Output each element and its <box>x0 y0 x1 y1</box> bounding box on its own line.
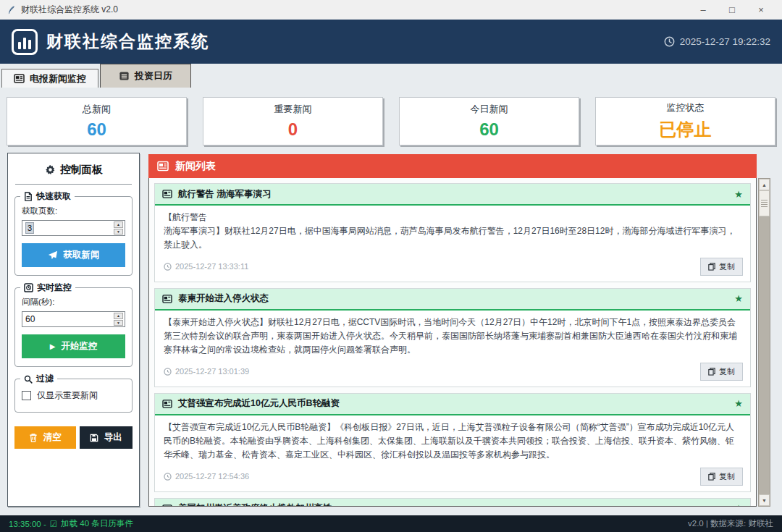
quick-fetch-group: 快速获取 获取页数: 3 ▲ ▼ 获取新闻 <box>14 196 133 276</box>
control-panel-title-text: 控制面板 <box>61 163 103 177</box>
fetch-news-button[interactable]: 获取新闻 <box>22 243 125 267</box>
news-title: 航行警告 渤海军事演习 <box>178 188 271 200</box>
copy-button[interactable]: 复制 <box>700 258 743 276</box>
stat-label: 今日新闻 <box>471 103 508 116</box>
interval-value: 60 <box>25 314 35 324</box>
stat-card-total-news: 总新闻 60 <box>7 97 187 145</box>
stat-label: 重要新闻 <box>274 103 312 116</box>
news-time-text: 2025-12-27 13:01:39 <box>175 367 249 376</box>
news-list-title: 新闻列表 <box>175 160 216 173</box>
news-card-footer: 2025-12-27 12:54:36 复制 <box>155 465 750 491</box>
scroll-up-button[interactable]: ▲ <box>759 179 770 190</box>
search-icon <box>24 375 33 384</box>
copy-icon <box>708 473 715 481</box>
news-list: 航行警告 渤海军事演习 ★ 【航行警告 渤海军事演习】财联社12月27日电，据中… <box>148 178 757 507</box>
window-title: 财联社综合监控系统 v2.0 <box>21 4 118 16</box>
copy-icon <box>708 263 715 271</box>
pages-spinbox[interactable]: 3 ▲ ▼ <box>22 220 125 236</box>
interval-spinbox[interactable]: 60 ▲ ▼ <box>22 311 125 327</box>
spin-down-button[interactable]: ▼ <box>114 229 123 235</box>
spin-up-button[interactable]: ▲ <box>114 313 123 319</box>
newspaper-icon <box>162 190 172 198</box>
news-timestamp: 2025-12-27 12:54:36 <box>164 472 249 481</box>
bar-chart-logo-icon <box>12 29 38 55</box>
copy-label: 复制 <box>719 366 735 377</box>
clock-icon <box>664 36 675 47</box>
news-time-text: 2025-12-27 12:54:36 <box>175 472 249 481</box>
timer-icon <box>24 283 33 292</box>
scrollbar-track[interactable] <box>759 216 770 494</box>
start-monitor-label: 开始监控 <box>61 340 97 352</box>
pages-label: 获取页数: <box>22 206 125 216</box>
paper-plane-icon <box>48 250 58 260</box>
status-text: 加载 40 条日历事件 <box>61 518 133 529</box>
copy-button[interactable]: 复制 <box>700 363 743 381</box>
newspaper-icon <box>162 400 172 408</box>
stat-value: 60 <box>479 119 499 140</box>
export-button[interactable]: 导出 <box>80 426 133 449</box>
interval-label: 间隔(秒): <box>22 297 125 308</box>
header-clock: 2025-12-27 19:22:32 <box>664 36 770 47</box>
scrollbar-thumb[interactable] <box>759 190 770 216</box>
important-only-checkbox-row[interactable]: 仅显示重要新闻 <box>22 388 125 404</box>
control-panel: 控制面板 快速获取 获取页数: 3 ▲ ▼ 获取新闻 <box>7 153 140 507</box>
app-feather-icon <box>7 5 16 14</box>
copy-button[interactable]: 复制 <box>700 468 743 486</box>
star-icon[interactable]: ★ <box>734 503 743 507</box>
realtime-monitor-group: 实时监控 间隔(秒): 60 ▲ ▼ ▶ 开始监控 <box>14 287 133 367</box>
newspaper-icon <box>157 161 169 172</box>
news-title: 美国加州撤诉美政府终止拨款加州高铁 <box>178 502 332 507</box>
important-only-label: 仅显示重要新闻 <box>37 389 98 402</box>
news-card: 航行警告 渤海军事演习 ★ 【航行警告 渤海军事演习】财联社12月27日电，据中… <box>154 183 751 282</box>
header-time: 2025-12-27 19:22:32 <box>680 36 770 47</box>
window-controls: – □ × <box>689 0 775 20</box>
panel-action-buttons: 清空 导出 <box>14 426 133 449</box>
window-titlebar: 财联社综合监控系统 v2.0 – □ × <box>0 0 782 20</box>
scroll-down-button[interactable]: ▼ <box>759 494 770 506</box>
close-button[interactable]: × <box>747 0 775 20</box>
spin-up-button[interactable]: ▲ <box>114 221 123 228</box>
checkbox-unchecked[interactable] <box>22 391 31 400</box>
filter-title: 过滤 <box>36 373 54 385</box>
news-body: 【航行警告 渤海军事演习】财联社12月27日电，据中国海事局网站消息，葫芦岛海事… <box>155 206 750 256</box>
news-card-footer: 2025-12-27 13:33:11 复制 <box>155 256 750 282</box>
maximize-button[interactable]: □ <box>718 0 747 20</box>
news-time-text: 2025-12-27 13:33:11 <box>175 262 248 271</box>
news-card: 美国加州撤诉美政府终止拨款加州高铁 ★ 【美国加州撤诉美政府终止拨款加州高铁】财… <box>154 498 751 507</box>
app-header: 财联社综合监控系统 2025-12-27 19:22:32 <box>0 20 782 64</box>
tab-investment-calendar[interactable]: 投资日历 <box>100 64 191 88</box>
realtime-monitor-title: 实时监控 <box>37 282 72 294</box>
copy-label: 复制 <box>719 471 735 482</box>
pages-value: 3 <box>25 222 34 234</box>
minimize-button[interactable]: – <box>689 0 718 20</box>
star-icon[interactable]: ★ <box>734 293 743 304</box>
status-badge: 已停止 <box>660 118 712 141</box>
gear-icon <box>45 164 56 175</box>
star-icon[interactable]: ★ <box>734 398 743 409</box>
vertical-scrollbar[interactable]: ▲ ▼ <box>758 178 770 507</box>
tab-bar: 电报新闻监控 投资日历 <box>0 64 782 88</box>
panel-divider <box>15 184 132 185</box>
spinner-arrows: ▲ ▼ <box>114 313 123 326</box>
document-icon <box>24 192 33 201</box>
control-panel-title: 控制面板 <box>8 153 139 184</box>
news-card-header: 航行警告 渤海军事演习 ★ <box>155 184 750 206</box>
tab-telegraph-news-monitor[interactable]: 电报新闻监控 <box>1 69 98 88</box>
stat-value: 60 <box>87 119 106 140</box>
news-title: 泰柬开始进入停火状态 <box>178 292 269 305</box>
filter-group: 过滤 仅显示重要新闻 <box>14 379 133 413</box>
clear-button[interactable]: 清空 <box>14 426 76 449</box>
stats-row: 总新闻 60 重要新闻 0 今日新闻 60 监控状态 已停止 <box>0 88 782 153</box>
news-card-header: 美国加州撤诉美政府终止拨款加州高铁 ★ <box>155 499 750 507</box>
start-monitor-button[interactable]: ▶ 开始监控 <box>22 334 125 358</box>
stat-value: 0 <box>288 119 298 140</box>
quick-fetch-title: 快速获取 <box>36 190 71 203</box>
stat-card-important-news: 重要新闻 0 <box>203 97 383 145</box>
spin-down-button[interactable]: ▼ <box>114 320 123 326</box>
news-body-row: 航行警告 渤海军事演习 ★ 【航行警告 渤海军事演习】财联社12月27日电，据中… <box>148 178 770 507</box>
news-card-header: 艾普强宣布完成近10亿元人民币B轮融资 ★ <box>155 394 750 415</box>
star-icon[interactable]: ★ <box>734 189 743 200</box>
app-title: 财联社综合监控系统 <box>46 30 209 53</box>
quick-fetch-legend: 快速获取 <box>20 190 75 203</box>
news-title: 艾普强宣布完成近10亿元人民币B轮融资 <box>178 397 340 410</box>
